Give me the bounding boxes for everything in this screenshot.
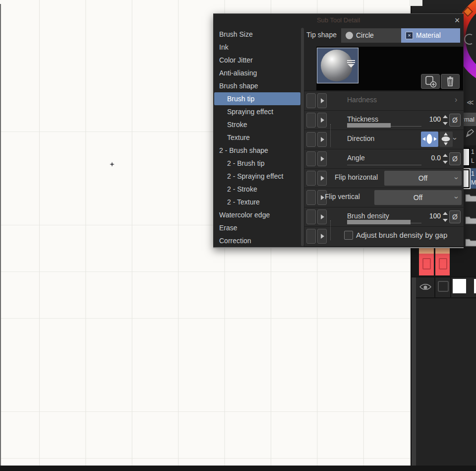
slider-fill[interactable] bbox=[347, 220, 411, 224]
chevron-down-icon: › bbox=[449, 177, 464, 180]
chevron-right-icon[interactable]: › bbox=[455, 95, 457, 104]
layer-text: L bbox=[471, 157, 475, 164]
sidebar-item-brush-tip[interactable]: Brush tip bbox=[214, 92, 300, 105]
dynamics-checkbox[interactable] bbox=[306, 171, 316, 186]
hardness-row: Hardness › bbox=[304, 91, 464, 110]
sidebar-item-stroke[interactable]: Stroke bbox=[214, 118, 300, 131]
sidebar-item-correction[interactable]: Correction bbox=[214, 234, 300, 247]
dynamics-checkbox[interactable] bbox=[306, 151, 316, 166]
slider-fill[interactable] bbox=[347, 123, 391, 128]
slider-track[interactable] bbox=[347, 165, 421, 165]
cell-divider bbox=[434, 276, 435, 298]
setting-category-list: Brush Size Ink Color Jitter Anti-aliasin… bbox=[214, 28, 300, 247]
material-icon: × bbox=[406, 32, 413, 39]
direction-row: Direction › bbox=[304, 130, 464, 149]
layer-text: M bbox=[471, 179, 476, 186]
sidebar-item-spraying-effect[interactable]: Spraying effect bbox=[214, 105, 300, 118]
thickness-row: Thickness 100 Ø bbox=[304, 111, 464, 130]
sidebar-item-brush-shape[interactable]: Brush shape bbox=[214, 79, 300, 92]
sidebar-item-2-brush-shape[interactable]: 2 - Brush shape bbox=[214, 144, 300, 157]
sidebar-item-2-brush-tip[interactable]: 2 - Brush tip bbox=[214, 157, 300, 170]
chevron-down-icon[interactable]: › bbox=[451, 137, 460, 140]
trash-icon bbox=[441, 74, 459, 88]
value-spinner[interactable] bbox=[442, 153, 448, 164]
paper-thumbnail[interactable] bbox=[453, 279, 466, 293]
no-dynamics-button[interactable]: Ø bbox=[449, 152, 461, 165]
sidebar-item-watercolor-edge[interactable]: Watercolor edge bbox=[214, 208, 300, 221]
sidebar-item-ink[interactable]: Ink bbox=[214, 41, 300, 54]
thickness-value[interactable]: 100 bbox=[429, 115, 441, 123]
chevron-down-icon: › bbox=[449, 197, 464, 199]
add-material-button[interactable] bbox=[421, 74, 440, 89]
direction-vertical-button[interactable] bbox=[439, 132, 453, 147]
sub-tool-detail-dialog: Sub Tool Detail × Brush Size Ink Color J… bbox=[213, 13, 464, 248]
tip-shape-circle-button[interactable]: Circle bbox=[341, 28, 401, 43]
cell-divider bbox=[450, 276, 451, 298]
no-dynamics-button[interactable]: Ø bbox=[449, 210, 461, 223]
sidebar-item-texture[interactable]: Texture bbox=[214, 131, 300, 144]
no-dynamics-button[interactable]: Ø bbox=[449, 114, 461, 127]
close-icon[interactable]: × bbox=[452, 15, 462, 25]
status-bar bbox=[0, 466, 476, 471]
folder-icon[interactable] bbox=[465, 237, 476, 247]
dynamics-checkbox[interactable] bbox=[306, 190, 316, 205]
folder-icon[interactable] bbox=[465, 193, 476, 202]
red-swatch-tile[interactable] bbox=[419, 247, 434, 275]
panel-collapse-icon[interactable]: ≪ bbox=[467, 98, 474, 106]
dynamics-expand-button[interactable] bbox=[317, 151, 327, 166]
flip-horizontal-select[interactable]: Off › bbox=[384, 171, 462, 186]
sv-circle-edge bbox=[465, 34, 472, 44]
dynamics-expand-button[interactable] bbox=[317, 132, 327, 147]
adjust-density-checkbox[interactable] bbox=[344, 231, 353, 240]
brush-density-row: Brush density 100 Ø bbox=[304, 207, 464, 226]
red-swatch-tile[interactable] bbox=[435, 247, 450, 275]
angle-row: Angle 0.0 Ø bbox=[304, 149, 464, 168]
flip-horizontal-row: Flip horizontal Off › bbox=[304, 169, 464, 188]
flip-vertical-row: Flip vertical Off › bbox=[304, 188, 464, 207]
clip-studio-window: ≪ Normal 1 L 1 M › Sub Tool bbox=[0, 0, 476, 471]
direction-horizontal-icon bbox=[421, 132, 438, 147]
dynamics-checkbox[interactable] bbox=[306, 209, 316, 224]
dialog-title: Sub Tool Detail bbox=[213, 14, 464, 27]
dynamics-expand-button[interactable] bbox=[317, 113, 327, 128]
window-left-border bbox=[0, 4, 1, 466]
canvas-scrollbar-end[interactable] bbox=[411, 0, 422, 6]
dynamics-expand-button[interactable] bbox=[317, 171, 327, 186]
thumbnail-menu-icon[interactable] bbox=[347, 60, 355, 67]
dynamics-checkbox[interactable] bbox=[306, 229, 316, 244]
dynamics-expand-button[interactable] bbox=[317, 209, 327, 224]
angle-value[interactable]: 0.0 bbox=[431, 154, 441, 162]
group-connector bbox=[330, 220, 331, 240]
dynamics-expand-button[interactable] bbox=[317, 229, 327, 244]
pen-icon bbox=[465, 128, 476, 138]
layer-checkbox[interactable] bbox=[438, 281, 449, 292]
sidebar-item-2-stroke[interactable]: 2 - Stroke bbox=[214, 183, 300, 196]
adjust-density-row: Adjust brush density by gap bbox=[304, 227, 464, 246]
sidebar-item-color-jitter[interactable]: Color Jitter bbox=[214, 54, 300, 67]
sidebar-item-anti-aliasing[interactable]: Anti-aliasing bbox=[214, 67, 300, 79]
direction-vertical-icon bbox=[439, 132, 453, 147]
circle-icon bbox=[346, 32, 353, 39]
visibility-eye-icon[interactable] bbox=[419, 283, 431, 291]
dynamics-checkbox[interactable] bbox=[306, 93, 316, 108]
paper-thumbnail-partial bbox=[474, 279, 476, 293]
swatch-inner-outline bbox=[439, 258, 447, 269]
value-spinner[interactable] bbox=[442, 211, 448, 222]
material-thumbnail-selected[interactable] bbox=[317, 48, 358, 83]
sidebar-item-brush-size[interactable]: Brush Size bbox=[214, 28, 300, 41]
delete-material-button[interactable] bbox=[441, 74, 460, 89]
flip-vertical-select[interactable]: Off › bbox=[374, 190, 462, 205]
panel-edge-strip bbox=[412, 277, 416, 466]
sidebar-item-erase[interactable]: Erase bbox=[214, 221, 300, 234]
dynamics-checkbox[interactable] bbox=[306, 132, 316, 147]
sidebar-item-2-spraying-effect[interactable]: 2 - Spraying effect bbox=[214, 170, 300, 183]
sidebar-item-2-texture[interactable]: 2 - Texture bbox=[214, 196, 300, 208]
dynamics-checkbox[interactable] bbox=[306, 113, 316, 128]
density-value[interactable]: 100 bbox=[429, 212, 441, 220]
tip-shape-material-button[interactable]: × Material bbox=[401, 28, 460, 43]
direction-horizontal-button[interactable] bbox=[421, 132, 438, 147]
dynamics-expand-button[interactable] bbox=[317, 93, 327, 108]
group-connector bbox=[330, 124, 331, 147]
folder-icon[interactable] bbox=[465, 215, 476, 224]
value-spinner[interactable] bbox=[442, 115, 448, 126]
